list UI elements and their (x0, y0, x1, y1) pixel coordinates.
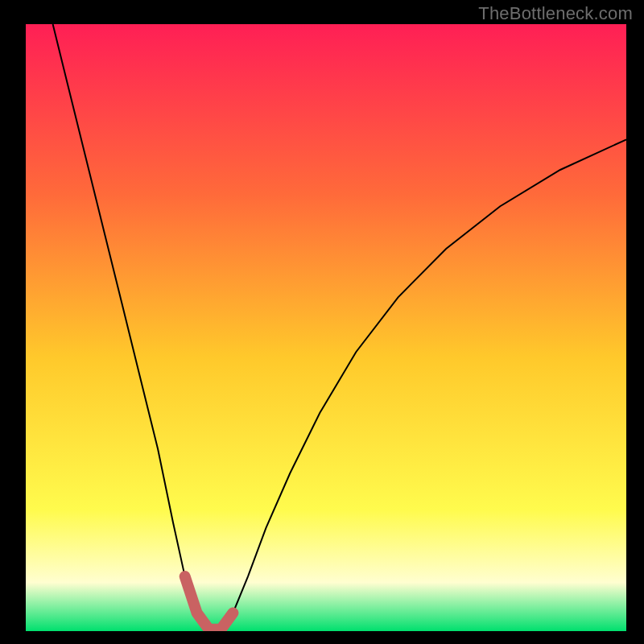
bottleneck-chart (0, 0, 644, 644)
watermark-text: TheBottleneck.com (478, 3, 633, 24)
chart-frame: TheBottleneck.com (0, 0, 644, 644)
gradient-background (26, 24, 626, 631)
